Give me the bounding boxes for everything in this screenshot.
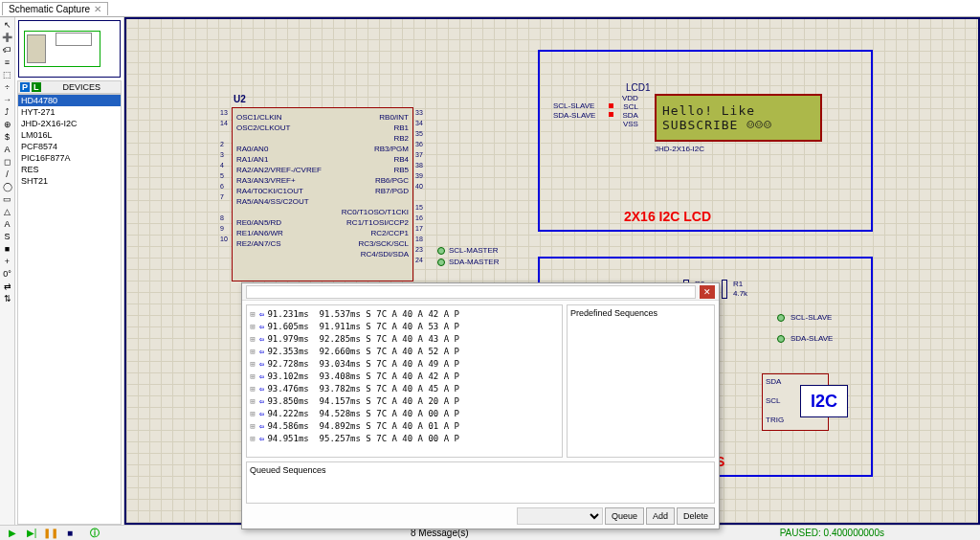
device-item[interactable]: RES: [18, 164, 121, 175]
tool-15[interactable]: △: [2, 206, 13, 217]
sequence-select[interactable]: [517, 507, 603, 525]
i2c-trig-pin: TRIG: [766, 416, 784, 424]
tool-5[interactable]: ÷: [2, 81, 13, 93]
schematic-tab[interactable]: Schematic Capture ✕: [2, 2, 108, 15]
r1-label: R1: [733, 280, 743, 288]
tool-2[interactable]: 🏷: [2, 44, 13, 56]
log-line[interactable]: ⊞⇦93.102ms 93.408ms S 7C A 40 A 42 A P: [249, 370, 560, 382]
tool-22[interactable]: ⇅: [2, 293, 13, 304]
info-icon[interactable]: ⓘ: [90, 527, 100, 540]
pause-button[interactable]: ❚❚: [44, 528, 57, 539]
tool-1[interactable]: ➕: [2, 32, 13, 43]
p-button[interactable]: P: [20, 82, 30, 92]
lcd-part: JHD-2X16-I2C: [655, 145, 704, 153]
pin-num: 13: [220, 109, 228, 116]
queued-sequences-panel[interactable]: Queued Sequences: [246, 461, 715, 504]
device-item[interactable]: HYT-271: [18, 106, 121, 118]
tool-21[interactable]: ⇄: [2, 281, 13, 292]
log-line[interactable]: ⊞⇦91.231ms 91.537ms S 7C A 40 A 42 A P: [249, 307, 560, 320]
lcd-sda-slave-label: SDA-SLAVE: [553, 111, 595, 120]
tool-13[interactable]: ◯: [2, 181, 13, 192]
device-item[interactable]: HD44780: [18, 95, 121, 106]
tool-palette: ↖➕🏷≡⬚÷→⤴⊕$A◻/◯▭△AS■+0°⇄⇅: [0, 17, 15, 525]
chip-left-pins: OSC1/CLKINOSC2/CLKOUT RA0/AN0RA1/AN1RA2/…: [236, 112, 322, 249]
debug-close-button[interactable]: ✕: [700, 285, 715, 299]
tool-11[interactable]: ◻: [2, 156, 13, 168]
log-line[interactable]: ⊞⇦94.951ms 95.257ms S 7C A 40 A 00 A P: [249, 432, 560, 444]
tool-17[interactable]: S: [2, 231, 13, 242]
i2c-scl-pin: SCL: [766, 396, 781, 405]
debug-titlebar[interactable]: ✕: [242, 283, 719, 301]
tool-3[interactable]: ≡: [2, 56, 13, 68]
queue-button[interactable]: Queue: [605, 507, 644, 525]
design-overview[interactable]: [18, 20, 121, 78]
log-line[interactable]: ⊞⇦93.476ms 93.782ms S 7C A 40 A 45 A P: [249, 382, 560, 394]
debug-log[interactable]: ⊞⇦91.231ms 91.537ms S 7C A 40 A 42 A P⊞⇦…: [246, 304, 563, 458]
debug-search-input[interactable]: [246, 285, 696, 299]
lcd-sda-dot-icon: [609, 112, 613, 117]
lcd-group-title: 2X16 I2C LCD: [624, 209, 711, 224]
tool-8[interactable]: ⊕: [2, 119, 13, 130]
log-line[interactable]: ⊞⇦94.586ms 94.892ms S 7C A 40 A 01 A P: [249, 419, 560, 432]
overview-chip-icon: [27, 34, 46, 63]
log-line[interactable]: ⊞⇦93.850ms 94.157ms S 7C A 40 A 20 A P: [249, 394, 560, 407]
tab-close-icon[interactable]: ✕: [94, 4, 101, 14]
device-item[interactable]: LM016L: [18, 129, 121, 141]
pin-num: 33: [415, 109, 423, 116]
pin-num: 7: [220, 193, 224, 200]
lcd-scl-dot-icon: [609, 103, 613, 108]
step-button[interactable]: ▶|: [25, 528, 38, 539]
log-line[interactable]: ⊞⇦91.979ms 92.285ms S 7C A 40 A 43 A P: [249, 332, 560, 345]
tool-12[interactable]: /: [2, 169, 13, 180]
tool-10[interactable]: A: [2, 144, 13, 155]
device-item[interactable]: SHT21: [18, 175, 121, 187]
i2c-scl-slave-terminal[interactable]: [777, 314, 785, 322]
pin-num: 18: [415, 236, 423, 242]
sim-state: PAUSED: 0.400000000s: [780, 528, 884, 538]
log-line[interactable]: ⊞⇦92.728ms 93.034ms S 7C A 40 A 49 A P: [249, 357, 560, 370]
schematic-canvas[interactable]: U2 OSC1/CLKINOSC2/CLKOUT RA0/AN0RA1/AN1R…: [124, 17, 980, 525]
i2c-sda-slave-terminal[interactable]: [777, 335, 785, 343]
pin-num: 15: [415, 204, 423, 211]
tool-6[interactable]: →: [2, 94, 13, 105]
pin-num: 3: [220, 151, 224, 158]
simulation-controls: ▶ ▶| ❚❚ ■: [0, 528, 82, 539]
pin-num: 17: [415, 225, 423, 232]
log-line[interactable]: ⊞⇦92.353ms 92.660ms S 7C A 40 A 52 A P: [249, 345, 560, 357]
delete-button[interactable]: Delete: [677, 507, 715, 525]
device-item[interactable]: JHD-2X16-I2C: [18, 118, 121, 129]
tool-9[interactable]: $: [2, 131, 13, 143]
pin-num: 38: [415, 162, 423, 169]
predefined-sequences-panel[interactable]: Predefined Sequences: [567, 304, 715, 458]
sda-master-terminal[interactable]: [437, 259, 445, 266]
device-item[interactable]: PIC16F877A: [18, 152, 121, 164]
resistor-r1[interactable]: [720, 280, 729, 306]
pin-num: 2: [220, 141, 224, 147]
tool-18[interactable]: ■: [2, 243, 13, 255]
log-line[interactable]: ⊞⇦91.605ms 91.911ms S 7C A 40 A 53 A P: [249, 320, 560, 332]
add-button[interactable]: Add: [646, 507, 675, 525]
scl-master-terminal[interactable]: [437, 247, 445, 255]
i2c-debug-window[interactable]: ✕ ⊞⇦91.231ms 91.537ms S 7C A 40 A 42 A P…: [241, 282, 720, 529]
i2c-scl-slave-label: SCL-SLAVE: [791, 313, 832, 322]
main-area: ↖➕🏷≡⬚÷→⤴⊕$A◻/◯▭△AS■+0°⇄⇅ P L DEVICES HD4…: [0, 17, 980, 525]
tool-0[interactable]: ↖: [2, 19, 13, 31]
tool-16[interactable]: A: [2, 218, 13, 230]
stop-button[interactable]: ■: [63, 528, 77, 539]
log-line[interactable]: ⊞⇦94.222ms 94.528ms S 7C A 40 A 00 A P: [249, 407, 560, 419]
tool-7[interactable]: ⤴: [2, 106, 13, 118]
lcd-ref: LCD1: [626, 82, 651, 93]
lcd-line2: SUBSCRIBE ☺☺☺: [662, 118, 820, 132]
device-list[interactable]: HD44780HYT-271JHD-2X16-I2CLM016LPCF8574P…: [17, 94, 122, 525]
play-button[interactable]: ▶: [6, 528, 19, 539]
pin-num: 36: [415, 141, 423, 147]
tool-19[interactable]: +: [2, 256, 13, 267]
tool-20[interactable]: 0°: [2, 268, 13, 280]
l-button[interactable]: L: [32, 82, 41, 92]
device-item[interactable]: PCF8574: [18, 141, 121, 152]
tool-14[interactable]: ▭: [2, 193, 13, 205]
tool-4[interactable]: ⬚: [2, 69, 13, 80]
mcu-chip[interactable]: OSC1/CLKINOSC2/CLKOUT RA0/AN0RA1/AN1RA2/…: [232, 107, 413, 281]
pin-num: 4: [220, 162, 224, 169]
pin-num: 24: [415, 257, 423, 263]
